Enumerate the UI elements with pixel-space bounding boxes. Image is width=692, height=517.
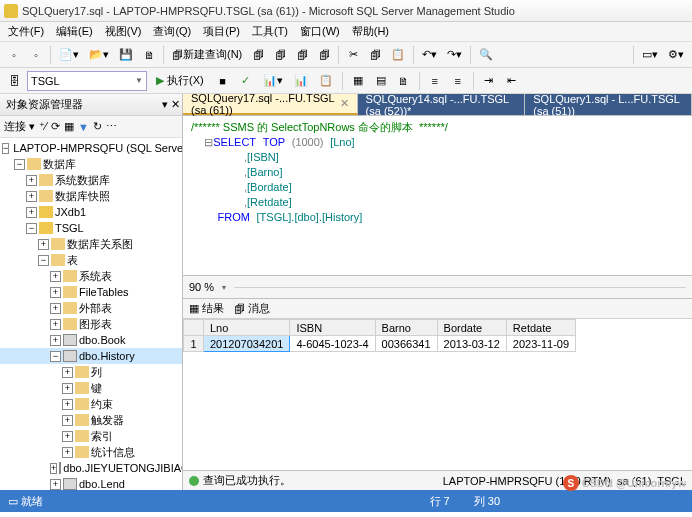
r3-button[interactable]: 🗎 [394, 71, 414, 91]
database-selector[interactable]: TSGL ▼ [27, 71, 147, 91]
nav-fwd-button[interactable]: ◦ [26, 45, 46, 65]
menu-window[interactable]: 窗口(W) [294, 22, 346, 41]
p2-button[interactable]: 📊 [290, 71, 312, 91]
indent-button[interactable]: ⇥ [479, 71, 499, 91]
menu-query[interactable]: 查询(Q) [147, 22, 197, 41]
chevron-down-icon: ▼ [135, 76, 143, 85]
open-button[interactable]: 📂▾ [85, 45, 113, 65]
tab-results[interactable]: ▦ 结果 [189, 301, 224, 316]
menu-tools[interactable]: 工具(T) [246, 22, 294, 41]
title-bar: SQLQuery17.sql - LAPTOP-HMPRSQFU.TSGL (s… [0, 0, 692, 22]
status-bar: ▭ 就绪 行 7 列 30 [0, 490, 692, 512]
status-col: 列 30 [474, 494, 500, 509]
st2[interactable]: ⟳ [51, 120, 60, 133]
redo-button[interactable]: ↷▾ [443, 45, 466, 65]
table-row[interactable]: 12012070342014-6045-1023-4003663412013-0… [184, 336, 576, 352]
find-button[interactable]: 🔍 [475, 45, 497, 65]
parse-button[interactable]: ✓ [236, 71, 256, 91]
expand-icon[interactable]: − [2, 143, 9, 154]
saveall-button[interactable]: 🗎 [139, 45, 159, 65]
debug-button[interactable]: ■ [213, 71, 233, 91]
pin-icon[interactable]: ▾ [162, 98, 168, 111]
sidebar-toolbar: 连接 ▾ ⁺⁄ ⟳ ▦ ▼ ↻ ⋯ [0, 116, 182, 138]
r1-button[interactable]: ▦ [348, 71, 368, 91]
sql-editor[interactable]: /****** SSMS 的 SelectTopNRows 命令的脚本 ****… [183, 116, 692, 275]
document-tabs: SQLQuery17.sql -...FU.TSGL (sa (61))✕ SQ… [183, 94, 692, 116]
execute-button[interactable]: ▶ 执行(X) [150, 71, 210, 91]
q2-button[interactable]: 🗐 [270, 45, 290, 65]
option-button[interactable]: ⚙▾ [664, 45, 688, 65]
nav-back-button[interactable]: ◦ [4, 45, 24, 65]
main-area: 对象资源管理器 ▾ ✕ 连接 ▾ ⁺⁄ ⟳ ▦ ▼ ↻ ⋯ −LAPTOP-HM… [0, 94, 692, 490]
copy-button[interactable]: 🗐 [365, 45, 385, 65]
toolbar-1: ◦ ◦ 📄▾ 📂▾ 💾 🗎 🗐 新建查询(N) 🗐 🗐 🗐 🗐 ✂ 🗐 📋 ↶▾… [0, 42, 692, 68]
results-header: ▦ 结果 🗐 消息 [183, 299, 692, 319]
status-line: 行 7 [430, 494, 450, 509]
toolbar-2: 🗄 TSGL ▼ ▶ 执行(X) ■ ✓ 📊▾ 📊 📋 ▦ ▤ 🗎 ≡ ≡ ⇥ … [0, 68, 692, 94]
db-icon[interactable]: 🗄 [4, 71, 24, 91]
q1-button[interactable]: 🗐 [248, 45, 268, 65]
uncomment-button[interactable]: ≡ [448, 71, 468, 91]
splitter-bar[interactable]: 90 %▾ [183, 275, 692, 299]
tab-query17[interactable]: SQLQuery17.sql -...FU.TSGL (sa (61))✕ [183, 94, 358, 115]
comment-button[interactable]: ≡ [425, 71, 445, 91]
layout-button[interactable]: ▭▾ [638, 45, 662, 65]
success-icon [189, 476, 199, 486]
undo-button[interactable]: ↶▾ [418, 45, 441, 65]
tree-node-history[interactable]: −dbo.History [0, 348, 182, 364]
st5[interactable]: ⋯ [106, 120, 117, 133]
zoom-level[interactable]: 90 % [189, 281, 214, 293]
editor-area: SQLQuery17.sql -...FU.TSGL (sa (61))✕ SQ… [183, 94, 692, 490]
new-query-button[interactable]: 🗐 新建查询(N) [168, 45, 246, 65]
p3-button[interactable]: 📋 [315, 71, 337, 91]
paste-button[interactable]: 📋 [387, 45, 409, 65]
menu-file[interactable]: 文件(F) [2, 22, 50, 41]
st3[interactable]: ▦ [64, 120, 74, 133]
database-selected: TSGL [31, 75, 60, 87]
status-message: 查询已成功执行。 [203, 473, 291, 488]
connect-dropdown[interactable]: 连接 ▾ [4, 119, 35, 134]
filter-icon[interactable]: ▼ [78, 121, 89, 133]
st1[interactable]: ⁺⁄ [39, 120, 47, 133]
tab-messages[interactable]: 🗐 消息 [234, 301, 270, 316]
q4-button[interactable]: 🗐 [314, 45, 334, 65]
tab-query14[interactable]: SQLQuery14.sql -...FU.TSGL (sa (52))* [358, 94, 526, 115]
save-button[interactable]: 💾 [115, 45, 137, 65]
st4[interactable]: ↻ [93, 120, 102, 133]
r2-button[interactable]: ▤ [371, 71, 391, 91]
status-ready: 就绪 [21, 495, 43, 507]
results-grid[interactable]: LnoISBNBarnoBordateRetdate 1201207034201… [183, 319, 692, 470]
object-tree[interactable]: −LAPTOP-HMPRSQFU (SQL Server −数据库 +系统数据库… [0, 138, 182, 490]
object-explorer: 对象资源管理器 ▾ ✕ 连接 ▾ ⁺⁄ ⟳ ▦ ▼ ↻ ⋯ −LAPTOP-HM… [0, 94, 183, 490]
tab-query1[interactable]: SQLQuery1.sql - L...FU.TSGL (sa (51)) [525, 94, 692, 115]
app-icon [4, 4, 18, 18]
menu-help[interactable]: 帮助(H) [346, 22, 395, 41]
watermark: SCSDN @Unicorn/yw [563, 475, 686, 491]
window-title: SQLQuery17.sql - LAPTOP-HMPRSQFU.TSGL (s… [22, 5, 515, 17]
new-item-button[interactable]: 📄▾ [55, 45, 83, 65]
plan-button[interactable]: 📊▾ [259, 71, 287, 91]
sidebar-title: 对象资源管理器 [6, 97, 83, 112]
cut-button[interactable]: ✂ [343, 45, 363, 65]
menu-view[interactable]: 视图(V) [99, 22, 148, 41]
menu-edit[interactable]: 编辑(E) [50, 22, 99, 41]
outdent-button[interactable]: ⇤ [502, 71, 522, 91]
q3-button[interactable]: 🗐 [292, 45, 312, 65]
menu-bar: 文件(F) 编辑(E) 视图(V) 查询(Q) 项目(P) 工具(T) 窗口(W… [0, 22, 692, 42]
play-icon: ▶ [156, 74, 164, 87]
menu-project[interactable]: 项目(P) [197, 22, 246, 41]
tab-close-icon[interactable]: ✕ [340, 97, 349, 110]
sidebar-header: 对象资源管理器 ▾ ✕ [0, 94, 182, 116]
close-icon[interactable]: ✕ [171, 98, 180, 111]
